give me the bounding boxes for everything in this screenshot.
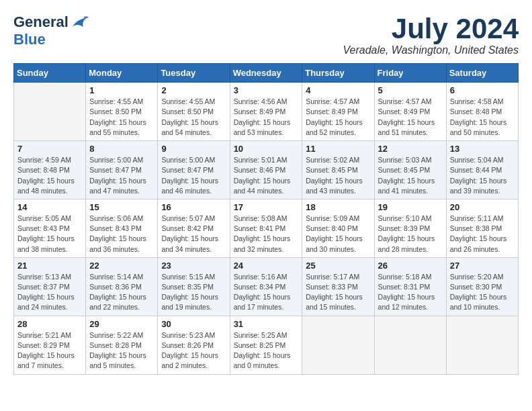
calendar-cell: 6Sunrise: 4:58 AM Sunset: 8:48 PM Daylig… [446,83,518,141]
day-info: Sunrise: 5:07 AM Sunset: 8:42 PM Dayligh… [161,214,226,255]
day-number: 20 [450,202,515,212]
location-text: Veradale, Washington, United States [343,44,519,56]
day-number: 16 [161,202,226,212]
day-info: Sunrise: 5:01 AM Sunset: 8:46 PM Dayligh… [234,155,299,196]
calendar-table: SundayMondayTuesdayWednesdayThursdayFrid… [13,63,519,374]
day-info: Sunrise: 4:59 AM Sunset: 8:48 PM Dayligh… [17,155,82,196]
day-info: Sunrise: 5:09 AM Sunset: 8:40 PM Dayligh… [306,214,370,255]
day-number: 19 [378,202,443,212]
day-info: Sunrise: 4:57 AM Sunset: 8:49 PM Dayligh… [306,97,370,138]
day-info: Sunrise: 5:03 AM Sunset: 8:45 PM Dayligh… [378,155,443,196]
day-info: Sunrise: 5:13 AM Sunset: 8:37 PM Dayligh… [17,272,82,313]
day-number: 4 [306,85,370,95]
day-info: Sunrise: 4:56 AM Sunset: 8:49 PM Dayligh… [234,97,299,138]
calendar-cell: 5Sunrise: 4:57 AM Sunset: 8:49 PM Daylig… [374,83,446,141]
day-number: 7 [17,144,82,154]
calendar-cell [302,316,374,374]
day-number: 21 [17,261,82,271]
calendar-cell: 1Sunrise: 4:55 AM Sunset: 8:50 PM Daylig… [86,83,158,141]
calendar-cell: 19Sunrise: 5:10 AM Sunset: 8:39 PM Dayli… [374,199,446,257]
day-info: Sunrise: 5:00 AM Sunset: 8:47 PM Dayligh… [161,155,226,196]
day-number: 13 [450,144,515,154]
calendar-cell: 26Sunrise: 5:18 AM Sunset: 8:31 PM Dayli… [374,257,446,316]
calendar-cell: 28Sunrise: 5:21 AM Sunset: 8:29 PM Dayli… [14,316,86,374]
day-info: Sunrise: 5:20 AM Sunset: 8:30 PM Dayligh… [450,272,515,313]
day-info: Sunrise: 5:00 AM Sunset: 8:47 PM Dayligh… [89,155,154,196]
day-info: Sunrise: 5:11 AM Sunset: 8:38 PM Dayligh… [450,214,515,255]
day-number: 6 [450,85,515,95]
calendar-cell: 29Sunrise: 5:22 AM Sunset: 8:28 PM Dayli… [86,316,158,374]
day-info: Sunrise: 5:16 AM Sunset: 8:34 PM Dayligh… [234,272,299,313]
day-number: 2 [161,85,226,95]
day-number: 31 [234,319,299,329]
logo-text: General Blue [13,13,89,48]
day-number: 15 [89,202,154,212]
day-info: Sunrise: 4:57 AM Sunset: 8:49 PM Dayligh… [378,97,443,138]
calendar-cell: 20Sunrise: 5:11 AM Sunset: 8:38 PM Dayli… [446,199,518,257]
week-row-1: 1Sunrise: 4:55 AM Sunset: 8:50 PM Daylig… [14,83,519,141]
title-section: July 2024 Veradale, Washington, United S… [343,13,519,56]
day-number: 30 [161,319,226,329]
day-number: 25 [306,261,370,271]
day-number: 12 [378,144,443,154]
calendar-cell: 2Sunrise: 4:55 AM Sunset: 8:50 PM Daylig… [158,83,230,141]
day-number: 10 [234,144,299,154]
header: General Blue July 2024 Veradale, Washing… [13,13,519,56]
calendar-cell: 24Sunrise: 5:16 AM Sunset: 8:34 PM Dayli… [230,257,302,316]
calendar-cell: 25Sunrise: 5:17 AM Sunset: 8:33 PM Dayli… [302,257,374,316]
logo-bird-icon [70,15,89,30]
day-number: 8 [89,144,154,154]
day-number: 26 [378,261,443,271]
calendar-cell: 31Sunrise: 5:25 AM Sunset: 8:25 PM Dayli… [230,316,302,374]
day-info: Sunrise: 5:17 AM Sunset: 8:33 PM Dayligh… [306,272,370,313]
calendar-cell: 11Sunrise: 5:02 AM Sunset: 8:45 PM Dayli… [302,141,374,199]
week-row-2: 7Sunrise: 4:59 AM Sunset: 8:48 PM Daylig… [14,141,519,199]
day-info: Sunrise: 5:25 AM Sunset: 8:25 PM Dayligh… [234,330,299,371]
calendar-cell: 15Sunrise: 5:06 AM Sunset: 8:43 PM Dayli… [86,199,158,257]
day-info: Sunrise: 4:55 AM Sunset: 8:50 PM Dayligh… [161,97,226,138]
weekday-header-wednesday: Wednesday [230,64,302,83]
day-info: Sunrise: 5:10 AM Sunset: 8:39 PM Dayligh… [378,214,443,255]
day-info: Sunrise: 5:15 AM Sunset: 8:35 PM Dayligh… [161,272,226,313]
calendar-cell: 3Sunrise: 4:56 AM Sunset: 8:49 PM Daylig… [230,83,302,141]
day-number: 11 [306,144,370,154]
calendar-cell [446,316,518,374]
calendar-cell: 10Sunrise: 5:01 AM Sunset: 8:46 PM Dayli… [230,141,302,199]
day-number: 18 [306,202,370,212]
day-info: Sunrise: 5:08 AM Sunset: 8:41 PM Dayligh… [234,214,299,255]
weekday-header-friday: Friday [374,64,446,83]
calendar-cell: 22Sunrise: 5:14 AM Sunset: 8:36 PM Dayli… [86,257,158,316]
day-info: Sunrise: 5:21 AM Sunset: 8:29 PM Dayligh… [17,330,82,371]
calendar-cell: 16Sunrise: 5:07 AM Sunset: 8:42 PM Dayli… [158,199,230,257]
calendar-cell: 9Sunrise: 5:00 AM Sunset: 8:47 PM Daylig… [158,141,230,199]
calendar-cell: 21Sunrise: 5:13 AM Sunset: 8:37 PM Dayli… [14,257,86,316]
weekday-header-row: SundayMondayTuesdayWednesdayThursdayFrid… [14,64,519,83]
weekday-header-monday: Monday [86,64,158,83]
calendar-cell [14,83,86,141]
weekday-header-sunday: Sunday [14,64,86,83]
day-number: 28 [17,319,82,329]
day-info: Sunrise: 4:58 AM Sunset: 8:48 PM Dayligh… [450,97,515,138]
calendar-cell: 30Sunrise: 5:23 AM Sunset: 8:26 PM Dayli… [158,316,230,374]
logo-blue: Blue [13,31,46,48]
calendar-cell: 7Sunrise: 4:59 AM Sunset: 8:48 PM Daylig… [14,141,86,199]
calendar-cell: 8Sunrise: 5:00 AM Sunset: 8:47 PM Daylig… [86,141,158,199]
week-row-5: 28Sunrise: 5:21 AM Sunset: 8:29 PM Dayli… [14,316,519,374]
calendar-cell: 18Sunrise: 5:09 AM Sunset: 8:40 PM Dayli… [302,199,374,257]
day-info: Sunrise: 5:04 AM Sunset: 8:44 PM Dayligh… [450,155,515,196]
day-number: 5 [378,85,443,95]
weekday-header-saturday: Saturday [446,64,518,83]
day-info: Sunrise: 5:05 AM Sunset: 8:43 PM Dayligh… [17,214,82,255]
day-number: 27 [450,261,515,271]
day-info: Sunrise: 4:55 AM Sunset: 8:50 PM Dayligh… [89,97,154,138]
day-number: 3 [234,85,299,95]
day-info: Sunrise: 5:23 AM Sunset: 8:26 PM Dayligh… [161,330,226,371]
calendar-cell [374,316,446,374]
logo: General Blue [13,13,89,48]
calendar-cell: 17Sunrise: 5:08 AM Sunset: 8:41 PM Dayli… [230,199,302,257]
calendar-cell: 23Sunrise: 5:15 AM Sunset: 8:35 PM Dayli… [158,257,230,316]
calendar-cell: 4Sunrise: 4:57 AM Sunset: 8:49 PM Daylig… [302,83,374,141]
day-number: 24 [234,261,299,271]
day-number: 14 [17,202,82,212]
calendar-cell: 12Sunrise: 5:03 AM Sunset: 8:45 PM Dayli… [374,141,446,199]
